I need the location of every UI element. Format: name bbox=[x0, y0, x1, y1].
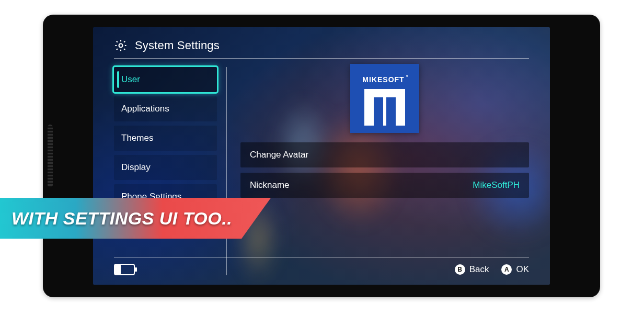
row-label: Change Avatar bbox=[250, 150, 308, 160]
hint-label: OK bbox=[516, 264, 529, 275]
avatar-brand-text: MIKESOFT bbox=[362, 75, 407, 84]
settings-body: User Applications Themes Display Phone S bbox=[114, 67, 529, 275]
avatar-logo-icon bbox=[364, 89, 405, 126]
battery-icon bbox=[114, 264, 135, 275]
sidebar-item-display[interactable]: Display bbox=[114, 155, 217, 180]
sidebar-item-themes[interactable]: Themes bbox=[114, 126, 217, 151]
row-value: MikeSoftPH bbox=[473, 180, 520, 190]
settings-header: System Settings bbox=[114, 39, 529, 58]
hint-back[interactable]: B Back bbox=[455, 264, 489, 275]
hint-ok[interactable]: A OK bbox=[501, 264, 529, 275]
promo-text: WITH SETTINGS UI TOO.. bbox=[12, 208, 232, 229]
promo-ribbon: WITH SETTINGS UI TOO.. bbox=[0, 198, 271, 239]
device-screen: System Settings User Applications Themes bbox=[93, 27, 550, 285]
avatar-container: MIKESOFT bbox=[240, 64, 529, 133]
svg-point-0 bbox=[119, 44, 123, 48]
hint-label: Back bbox=[469, 264, 489, 275]
sidebar-item-label: Applications bbox=[121, 104, 169, 114]
device-frame: System Settings User Applications Themes bbox=[43, 15, 600, 297]
row-nickname[interactable]: Nickname MikeSoftPH bbox=[240, 173, 529, 198]
avatar: MIKESOFT bbox=[350, 64, 419, 133]
screenshot-stage: System Settings User Applications Themes bbox=[0, 0, 644, 314]
settings-sidebar: User Applications Themes Display Phone S bbox=[114, 67, 227, 275]
row-label: Nickname bbox=[250, 180, 290, 190]
battery-level bbox=[115, 265, 121, 274]
b-button-icon: B bbox=[455, 264, 465, 275]
footer-divider bbox=[114, 257, 529, 257]
row-change-avatar[interactable]: Change Avatar bbox=[240, 142, 529, 167]
settings-footer: B Back A OK bbox=[114, 262, 529, 277]
gear-icon bbox=[114, 39, 128, 52]
button-hints: B Back A OK bbox=[455, 264, 529, 275]
header-divider bbox=[114, 58, 529, 59]
sidebar-item-applications[interactable]: Applications bbox=[114, 96, 217, 121]
sidebar-item-label: User bbox=[121, 74, 140, 85]
settings-main: MIKESOFT Change Avatar Nickname MikeSoft… bbox=[227, 67, 529, 275]
sidebar-item-label: Themes bbox=[121, 133, 153, 143]
settings-app: System Settings User Applications Themes bbox=[93, 27, 550, 285]
sidebar-item-user[interactable]: User bbox=[114, 67, 217, 92]
a-button-icon: A bbox=[501, 264, 512, 275]
sidebar-item-label: Display bbox=[121, 162, 151, 173]
page-title: System Settings bbox=[135, 39, 220, 52]
